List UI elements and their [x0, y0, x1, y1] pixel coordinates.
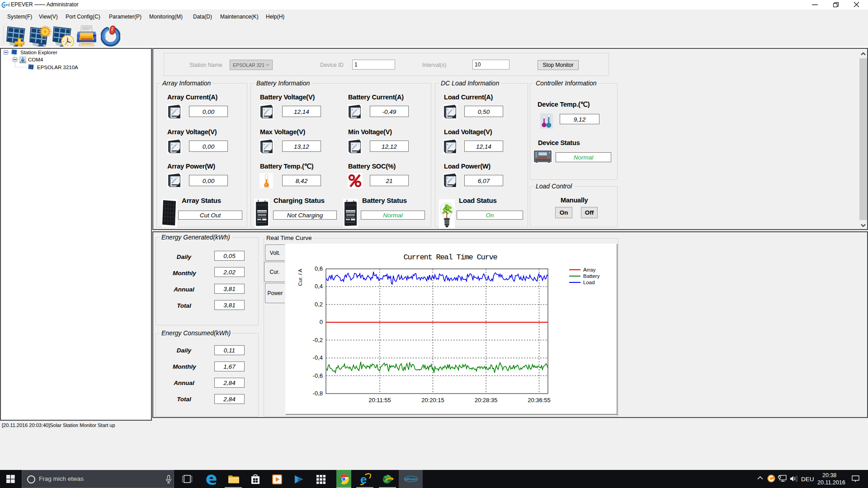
- svg-text:20:36:55: 20:36:55: [528, 397, 551, 404]
- svg-text:Array: Array: [583, 267, 596, 272]
- svg-text:Current Real Time Curve: Current Real Time Curve: [403, 253, 497, 262]
- svg-text:20:28:35: 20:28:35: [475, 397, 498, 404]
- svg-text:Cur. / A: Cur. / A: [297, 269, 303, 286]
- svg-text:-0,2: -0,2: [313, 337, 323, 343]
- svg-text:-0,8: -0,8: [313, 390, 323, 397]
- svg-text:0,2: 0,2: [315, 301, 323, 308]
- svg-text:Battery: Battery: [583, 273, 600, 279]
- svg-text:0,4: 0,4: [315, 283, 323, 290]
- svg-text:EPever: EPever: [405, 477, 417, 481]
- svg-text:20:20:15: 20:20:15: [421, 397, 444, 404]
- svg-text:0: 0: [320, 319, 323, 325]
- svg-text:-0,6: -0,6: [313, 372, 323, 379]
- svg-text:-0,4: -0,4: [313, 354, 323, 361]
- svg-text:Load: Load: [583, 280, 595, 285]
- svg-text:20:11:55: 20:11:55: [368, 397, 391, 404]
- svg-text:0,6: 0,6: [315, 265, 323, 272]
